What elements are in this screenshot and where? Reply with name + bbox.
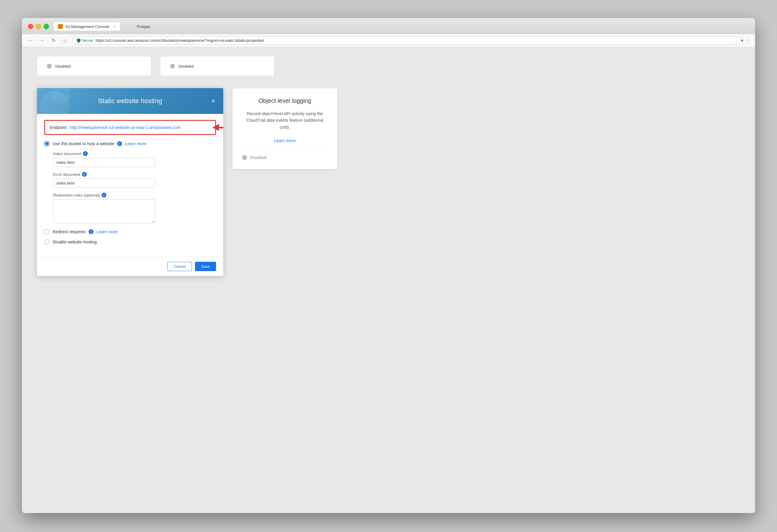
host-website-option[interactable]: Use this bucket to host a website i Lear… [44, 141, 216, 146]
forward-button[interactable]: → [38, 37, 46, 44]
navigation-bar: ← → ↻ ⌂ Secure https://s3.console.aws.am… [22, 34, 755, 47]
logging-disabled-label: Disabled [250, 155, 266, 160]
disabled-dot-1 [47, 64, 52, 69]
modal-header: Static website hosting × [37, 88, 223, 114]
home-button[interactable]: ⌂ [61, 37, 69, 44]
disabled-label-1: Disabled [55, 64, 71, 69]
error-doc-input[interactable] [53, 179, 155, 188]
redirect-requests-radio[interactable] [44, 229, 49, 234]
menu-icon[interactable]: ⋮ [746, 38, 750, 43]
disabled-dot-2 [170, 64, 175, 69]
error-doc-field: Error document i [44, 172, 216, 188]
index-doc-info-icon[interactable]: i [83, 151, 88, 156]
index-doc-field: Index document i [44, 151, 216, 167]
error-doc-label: Error document i [53, 172, 216, 177]
modal-title: Static website hosting [98, 97, 162, 105]
disable-hosting-radio[interactable] [44, 239, 49, 245]
logging-card: Object-level logging Record object-level… [232, 88, 337, 169]
redirect-requests-label: Redirect requests [52, 229, 86, 234]
tab-title: S3 Management Console [65, 24, 109, 29]
endpoint-label: Endpoint : http://meetupservice.s3-websi… [50, 125, 181, 130]
error-doc-info-icon[interactable]: i [82, 172, 87, 177]
host-website-info-icon[interactable]: i [117, 141, 122, 146]
browser-tab[interactable]: S3 Management Console × [54, 22, 120, 31]
disabled-label-2: Disabled [179, 64, 194, 69]
top-cards-row: Disabled Disabled [37, 56, 740, 76]
traffic-lights [28, 24, 49, 29]
modal-body: Endpoint : http://meetupservice.s3-websi… [37, 114, 223, 257]
host-website-radio[interactable] [44, 141, 49, 146]
redirect-rules-info-icon[interactable]: i [102, 193, 106, 198]
user-name: Prosper [137, 24, 150, 29]
titlebar: S3 Management Console × Prosper [22, 18, 755, 34]
save-button[interactable]: Save [195, 262, 216, 271]
disabled-card-2: Disabled [160, 56, 274, 76]
main-content: Static website hosting × Endpoint : http… [37, 88, 740, 276]
logging-card-title: Object-level logging [242, 97, 328, 104]
redirect-rules-field: Redirection rules (optional) i [44, 193, 216, 224]
url-text: https://s3.console.aws.amazon.com/s3/buc… [96, 38, 264, 43]
redirect-rules-textarea[interactable] [53, 199, 155, 223]
redirect-requests-option[interactable]: Redirect requests i Learn more [44, 229, 216, 234]
modal-close-button[interactable]: × [209, 97, 218, 106]
address-bar[interactable]: Secure https://s3.console.aws.amazon.com… [73, 36, 737, 44]
redirect-rules-label: Redirection rules (optional) i [53, 193, 216, 198]
close-button[interactable] [28, 24, 33, 29]
redirect-requests-info-icon[interactable]: i [89, 229, 93, 234]
disable-hosting-label: Disable website hosting [52, 239, 97, 244]
hosting-modal: Static website hosting × Endpoint : http… [37, 88, 223, 276]
host-website-label: Use this bucket to host a website [52, 141, 114, 146]
bookmark-icon[interactable]: ★ [740, 38, 744, 43]
browser-content: Disabled Disabled Static website hosting… [22, 47, 755, 513]
secure-text: Secure [82, 38, 93, 43]
endpoint-link[interactable]: http://meetupservice.s3-website-us-east-… [70, 125, 181, 130]
reload-button[interactable]: ↻ [49, 37, 58, 44]
tab-close-icon[interactable]: × [113, 24, 116, 29]
disable-hosting-option[interactable]: Disable website hosting [44, 239, 216, 245]
maximize-button[interactable] [43, 24, 49, 29]
cancel-button[interactable]: Cancel [168, 262, 192, 271]
host-learn-more-link[interactable]: Learn more [125, 141, 147, 146]
redirect-learn-more-link[interactable]: Learn more [96, 229, 118, 234]
logging-card-desc: Record object-level API activity using t… [242, 110, 328, 144]
endpoint-box: Endpoint : http://meetupservice.s3-websi… [44, 120, 216, 135]
index-doc-label: Index document i [53, 151, 216, 156]
back-button[interactable]: ← [27, 37, 34, 44]
index-doc-input[interactable] [53, 158, 155, 167]
logging-learn-more-link[interactable]: Learn more [274, 138, 296, 143]
secure-badge: Secure [77, 38, 93, 43]
disabled-card-1: Disabled [37, 56, 151, 76]
logging-disabled-row: Disabled [242, 155, 328, 160]
minimize-button[interactable] [36, 24, 41, 29]
nav-right: ★ ⋮ [740, 38, 750, 43]
arrow-annotation [212, 124, 223, 131]
modal-footer: Cancel Save [37, 257, 223, 276]
logging-disabled-dot [242, 155, 247, 160]
tab-favicon [58, 24, 63, 29]
